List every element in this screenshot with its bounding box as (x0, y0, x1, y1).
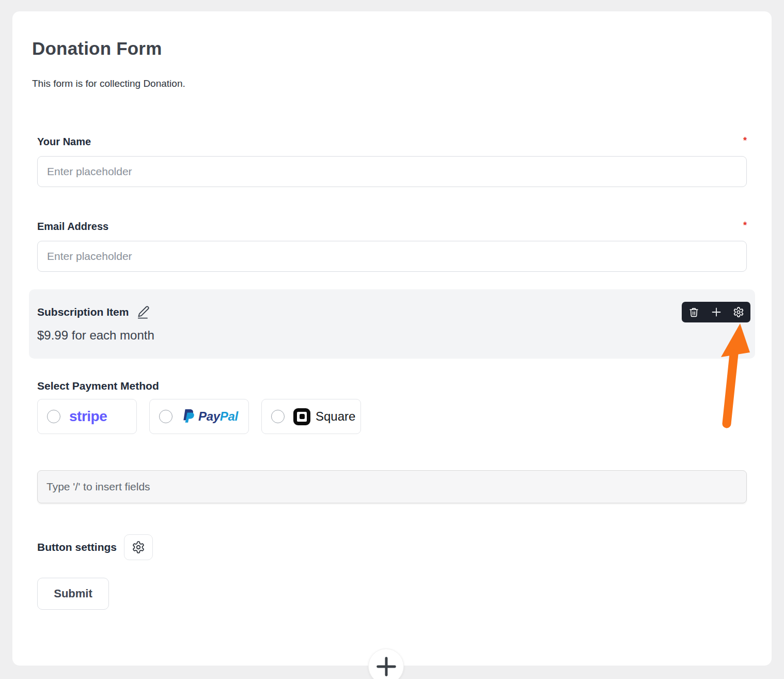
form-title: Donation Form (32, 38, 755, 59)
pencil-line-icon (136, 305, 150, 319)
trash-icon (688, 307, 699, 318)
subscription-item-block[interactable]: Subscription Item $9.99 for each month (29, 289, 755, 359)
required-asterisk: * (743, 135, 747, 146)
field-settings-button[interactable] (732, 306, 745, 318)
paypal-radio[interactable] (159, 410, 173, 423)
paypal-word-pal: Pal (220, 409, 238, 423)
stripe-radio[interactable] (47, 410, 60, 423)
edit-subscription-button[interactable] (136, 305, 150, 319)
square-logo-icon (293, 408, 310, 425)
your-name-input[interactable] (37, 156, 747, 187)
payment-method-options: stripe PayPal Square (37, 399, 747, 434)
plus-icon (374, 655, 398, 678)
payment-option-square[interactable]: Square (261, 399, 361, 434)
payment-option-paypal[interactable]: PayPal (149, 399, 249, 434)
field-action-toolbar (682, 302, 750, 322)
gear-icon (733, 306, 744, 318)
email-address-input[interactable] (37, 241, 747, 272)
required-asterisk: * (743, 220, 747, 230)
field-label: Email Address (37, 220, 108, 233)
insert-field-editor[interactable]: Type '/' to insert fields (37, 470, 747, 503)
square-wordmark: Square (316, 409, 355, 424)
submit-button[interactable]: Submit (37, 578, 109, 610)
delete-field-button[interactable] (687, 306, 700, 318)
insert-field-placeholder: Type '/' to insert fields (46, 481, 150, 493)
gear-icon (132, 541, 145, 554)
form-description: This form is for collecting Donation. (32, 78, 755, 90)
button-settings-row: Button settings (37, 534, 747, 560)
stripe-logo: stripe (69, 408, 107, 425)
payment-method-label: Select Payment Method (37, 379, 747, 393)
form-builder-card: Donation Form This form is for collectin… (12, 11, 772, 666)
payment-option-stripe[interactable]: stripe (37, 399, 137, 434)
paypal-word-pay: Pay (198, 409, 220, 423)
subscription-item-title: Subscription Item (37, 305, 129, 319)
button-settings-gear-button[interactable] (124, 534, 153, 560)
add-field-inline-button[interactable] (710, 306, 723, 318)
field-label: Your Name (37, 135, 91, 148)
plus-icon (710, 306, 723, 318)
field-your-name: Your Name * (37, 135, 747, 187)
paypal-mark-icon (181, 408, 195, 425)
square-radio[interactable] (271, 410, 285, 423)
subscription-price-text: $9.99 for each month (37, 328, 747, 343)
field-email-address: Email Address * (37, 220, 747, 272)
button-settings-label: Button settings (37, 541, 117, 553)
